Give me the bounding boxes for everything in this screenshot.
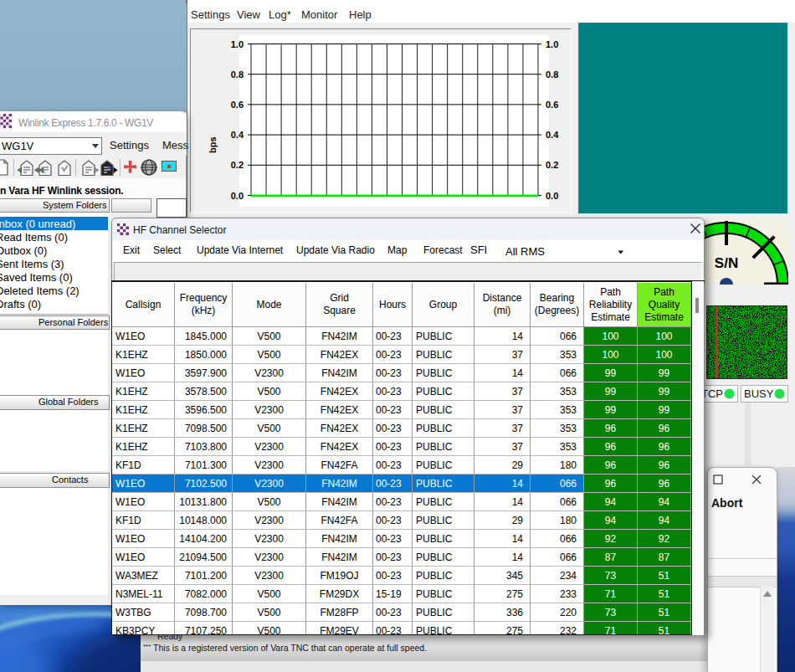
- svg-text:0.0: 0.0: [546, 191, 558, 201]
- svg-text:0.4: 0.4: [546, 130, 559, 140]
- svg-text:S/N: S/N: [715, 255, 738, 271]
- svg-text:0.2: 0.2: [546, 160, 558, 170]
- svg-text:0.0: 0.0: [231, 191, 244, 201]
- svg-text:bps: bps: [208, 136, 218, 153]
- svg-text:0.6: 0.6: [231, 100, 244, 110]
- svg-text:0.2: 0.2: [231, 160, 244, 170]
- svg-text:1.0: 1.0: [546, 39, 558, 49]
- svg-text:0.6: 0.6: [546, 100, 558, 110]
- svg-text:0.8: 0.8: [546, 69, 558, 80]
- svg-text:0.8: 0.8: [231, 69, 244, 80]
- svg-text:1.0: 1.0: [231, 39, 244, 49]
- svg-text:0.4: 0.4: [231, 130, 244, 140]
